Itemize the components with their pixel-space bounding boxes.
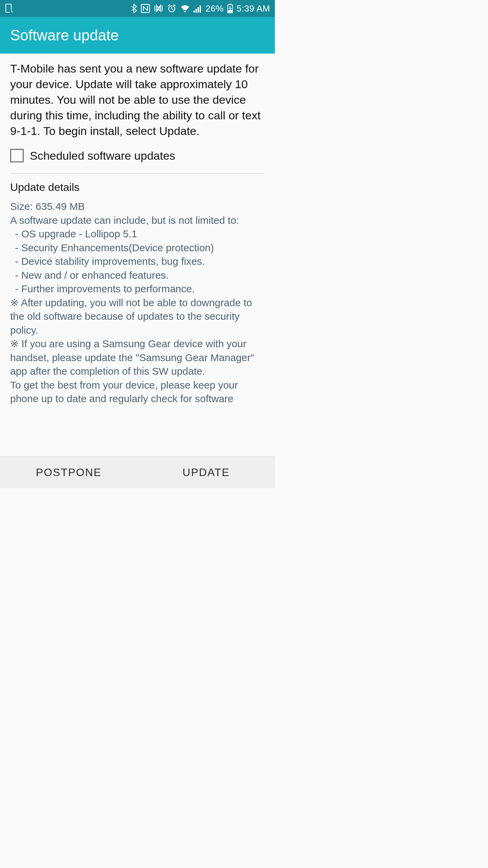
update-details-heading: Update details: [10, 181, 265, 194]
wifi-icon: [180, 4, 190, 13]
battery-charging-icon: [227, 3, 233, 14]
update-button[interactable]: UPDATE: [138, 457, 275, 488]
vibrate-icon: [154, 4, 164, 13]
update-bullet: - OS upgrade - Lollipop 5.1: [10, 227, 265, 241]
app-bar: Software update: [0, 17, 275, 54]
svg-rect-10: [229, 4, 231, 5]
update-bullet: - Further improvements to performance.: [10, 282, 265, 296]
clock-time: 5:39 AM: [237, 3, 270, 14]
update-note: ※ After updating, you will not be able t…: [10, 296, 265, 337]
scheduled-updates-checkbox[interactable]: [10, 149, 24, 162]
content-area: T-Mobile has sent you a new software upd…: [0, 54, 275, 456]
svg-rect-8: [200, 5, 201, 13]
nfc-icon: [141, 4, 150, 13]
bluetooth-icon: [130, 3, 137, 14]
update-note: ※ If you are using a Samsung Gear device…: [10, 337, 265, 378]
postpone-button[interactable]: POSTPONE: [0, 457, 138, 488]
svg-rect-7: [198, 7, 199, 13]
update-bullet: - Device stability improvements, bug fix…: [10, 255, 265, 269]
update-bullet: - Security Enhancements(Device protectio…: [10, 241, 265, 255]
divider: [10, 173, 265, 174]
alarm-icon: [167, 4, 177, 13]
scheduled-updates-row[interactable]: Scheduled software updates: [10, 149, 265, 162]
tablet-sync-icon: [5, 3, 14, 14]
battery-percent: 26%: [206, 3, 224, 14]
update-intro-text: T-Mobile has sent you a new software upd…: [10, 61, 265, 139]
update-includes-line: A software update can include, but is no…: [10, 214, 265, 228]
scheduled-updates-label: Scheduled software updates: [30, 149, 175, 162]
status-bar: 26% 5:39 AM: [0, 0, 275, 17]
svg-rect-6: [196, 9, 197, 13]
update-size: Size: 635.49 MB: [10, 200, 265, 214]
button-bar: POSTPONE UPDATE: [0, 456, 275, 488]
signal-icon: [194, 4, 202, 13]
update-footer-text: To get the best from your device, please…: [10, 378, 265, 406]
page-title: Software update: [10, 27, 119, 44]
update-bullet: - New and / or enhanced features.: [10, 269, 265, 282]
svg-rect-5: [194, 11, 195, 13]
update-details-body: Size: 635.49 MB A software update can in…: [10, 200, 265, 406]
